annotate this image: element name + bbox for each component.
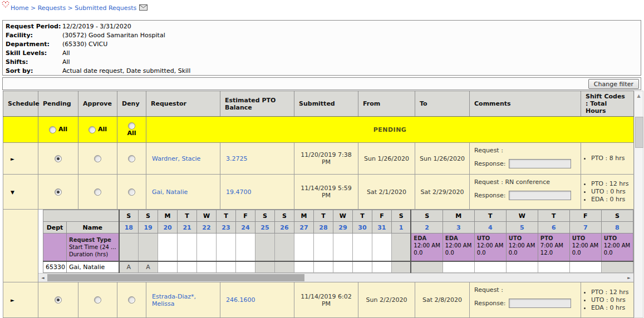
requests-table: SchedulePendingApproveDenyRequestorEstim… [3,91,634,318]
change-filter-button[interactable]: Change filter [588,79,639,89]
collapse-toggle-icon[interactable]: ▼ [11,190,14,195]
approve-radio[interactable] [94,155,101,162]
pending-all-radio[interactable] [49,126,56,133]
date-header-link[interactable]: 7 [569,222,601,233]
filter-label: Shifts: [6,58,62,67]
date-header-link[interactable]: 5 [506,222,538,233]
date-header-link[interactable]: 1 [391,222,411,233]
date-header-link[interactable]: 4 [474,222,506,233]
horizontal-scrollbar[interactable]: ◄► [38,273,633,282]
breadcrumb-link[interactable]: Submitted Requests [75,4,136,12]
empty-day-cell [139,233,158,261]
response-input[interactable] [509,159,571,168]
horizontal-scrollbar-track[interactable] [47,274,625,282]
date-header-link[interactable]: 25 [255,222,274,233]
approve-all-radio[interactable] [89,126,96,133]
request-type-header-cell: Request TypeStart Time (24 ...Duration (… [66,233,119,261]
request-type-header-line: Duration (hrs) [69,251,116,258]
date-header-link[interactable]: 27 [294,222,313,233]
date-header-link[interactable]: 24 [236,222,255,233]
mail-icon[interactable] [139,4,148,11]
employee-name-cell: Gai, Natalie [66,261,119,273]
approve-radio[interactable] [94,188,101,196]
request-duration: 0.0 [572,249,599,256]
day-of-week-header: S [119,210,139,222]
pending-radio[interactable] [55,188,62,196]
approve-radio[interactable] [94,296,101,304]
pto-balance-link[interactable]: 3.2725 [226,155,248,162]
band-deny-cell: All [117,117,146,143]
day-of-week-header: T [313,210,333,222]
response-input[interactable] [509,299,571,308]
scroll-left-arrow-icon[interactable]: ◄ [38,274,47,282]
date-header-link[interactable]: 19 [139,222,158,233]
filter-row: Skill Levels:All [3,49,641,58]
pending-radio[interactable] [55,155,62,162]
breadcrumb-separator: > [66,4,75,12]
schedule-day-cell [372,261,391,273]
date-header-link[interactable]: 22 [197,222,217,233]
date-header-link[interactable]: 31 [372,222,391,233]
vertical-scrollbar[interactable]: ▲ [634,91,643,318]
comments-cell: Request :Response: [470,143,581,175]
request-duration: 12.0 [540,249,567,256]
date-header-link[interactable]: 30 [352,222,372,233]
pto-balance-link[interactable]: 246.1600 [226,296,255,304]
date-header-link[interactable]: 3 [443,222,474,233]
date-header-link[interactable]: 20 [158,222,178,233]
day-of-week-header: S [391,210,411,222]
horizontal-scrollbar-thumb[interactable] [47,274,304,281]
requestor-link[interactable]: Estrada-Diaz*, Melissa [152,293,196,307]
pto-balance-link[interactable]: 19.4700 [226,188,252,196]
breadcrumb-links: Home > Requests > Submitted Requests [11,4,148,12]
column-header: Pending [38,91,78,117]
date-header-link[interactable]: 21 [178,222,197,233]
expand-toggle-icon[interactable]: ► [11,297,14,303]
day-of-week-header: F [236,210,255,222]
breadcrumb-link[interactable]: Home [11,4,28,12]
empty-day-cell [119,233,139,261]
deny-radio[interactable] [128,296,135,304]
deny-all-radio[interactable] [128,122,135,130]
breadcrumb-link[interactable]: Requests [38,4,66,12]
deny-radio[interactable] [128,155,135,162]
filter-label: Facility: [6,31,62,40]
scroll-right-arrow-icon[interactable]: ► [625,274,633,282]
schedule-day-cell [474,261,506,273]
date-header-link[interactable]: 26 [274,222,294,233]
date-header-link[interactable]: 6 [538,222,569,233]
from-date-cell: Sat 2/1/2020 [358,175,415,210]
filter-row: Department:(65330) CVICU [3,40,641,49]
date-header-link[interactable]: 28 [313,222,333,233]
scroll-up-arrow-icon[interactable]: ▲ [635,93,643,98]
column-header: To [415,91,470,117]
empty-day-cell [255,233,274,261]
to-date-cell: Sun 1/26/2020 [415,143,470,175]
column-header: Approve [78,91,117,117]
request-event-cell: EDA12:00 AM0.0 [411,233,443,261]
requestor-link[interactable]: Wardner, Stacie [152,155,200,162]
date-header-link[interactable]: 2 [411,222,443,233]
date-header-link[interactable]: 29 [333,222,352,233]
response-input[interactable] [509,191,571,200]
deny-all-label: All [118,130,145,137]
vertical-scrollbar-thumb[interactable] [635,117,643,148]
request-duration: 0.0 [604,249,631,256]
filter-label: Department: [6,40,62,49]
pending-radio[interactable] [55,296,62,304]
request-row: ►Estrada-Diaz*, Melissa246.160011/14/201… [3,282,634,318]
deny-radio[interactable] [128,188,135,196]
filter-value: 12/2/2019 - 3/31/2020 [62,22,131,31]
submitted-cell: 11/14/2019 5:59 PM [294,175,358,210]
schedule-day-cell [601,261,633,273]
filter-value: All [62,58,70,67]
date-header-link[interactable]: 23 [217,222,236,233]
requestor-link[interactable]: Gai, Natalie [152,188,188,196]
from-date-cell: Sun 2/2/2020 [358,282,415,318]
expand-toggle-icon[interactable]: ► [11,156,14,162]
date-header-row: DeptName18192021222324252627282930311234… [43,222,633,233]
shift-code-item: EDA : 0 hrs [591,196,632,203]
date-header-link[interactable]: 8 [601,222,633,233]
date-header-link[interactable]: 18 [119,222,139,233]
request-code: UTO [509,235,535,242]
